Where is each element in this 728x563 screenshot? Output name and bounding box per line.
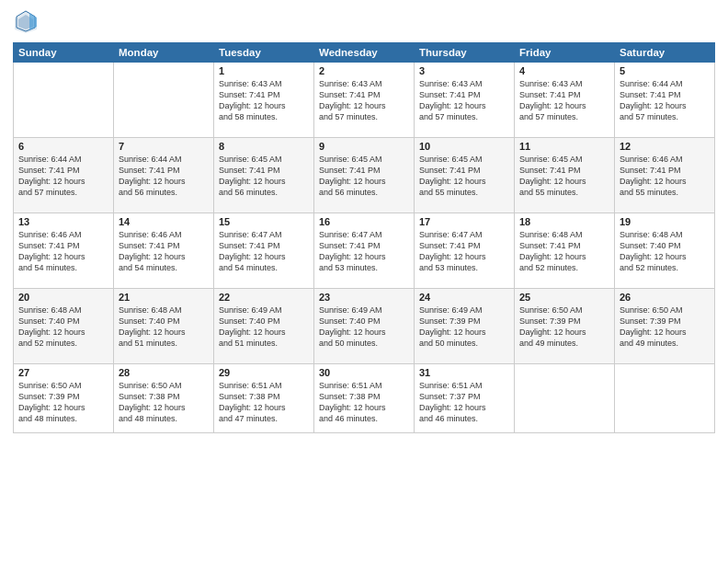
day-info: Sunrise: 6:48 AM Sunset: 7:41 PM Dayligh… xyxy=(519,229,609,274)
day-info: Sunrise: 6:44 AM Sunset: 7:41 PM Dayligh… xyxy=(119,154,209,199)
calendar-cell: 12Sunrise: 6:46 AM Sunset: 7:41 PM Dayli… xyxy=(615,138,715,213)
day-number: 14 xyxy=(119,216,209,227)
day-number: 3 xyxy=(419,65,509,76)
header xyxy=(13,9,715,35)
calendar-cell: 3Sunrise: 6:43 AM Sunset: 7:41 PM Daylig… xyxy=(415,63,515,138)
calendar-cell: 16Sunrise: 6:47 AM Sunset: 7:41 PM Dayli… xyxy=(314,213,415,289)
weekday-header: Saturday xyxy=(615,43,715,63)
calendar-week-row: 6Sunrise: 6:44 AM Sunset: 7:41 PM Daylig… xyxy=(14,138,715,213)
calendar-cell: 17Sunrise: 6:47 AM Sunset: 7:41 PM Dayli… xyxy=(415,213,515,289)
calendar-week-row: 13Sunrise: 6:46 AM Sunset: 7:41 PM Dayli… xyxy=(14,213,715,289)
day-info: Sunrise: 6:49 AM Sunset: 7:40 PM Dayligh… xyxy=(319,304,409,350)
day-info: Sunrise: 6:45 AM Sunset: 7:41 PM Dayligh… xyxy=(419,154,509,199)
day-number: 28 xyxy=(119,367,209,378)
calendar-cell: 10Sunrise: 6:45 AM Sunset: 7:41 PM Dayli… xyxy=(415,138,515,213)
calendar-week-row: 1Sunrise: 6:43 AM Sunset: 7:41 PM Daylig… xyxy=(14,63,715,138)
day-number: 2 xyxy=(319,65,409,76)
calendar-cell: 21Sunrise: 6:48 AM Sunset: 7:40 PM Dayli… xyxy=(114,289,214,364)
day-info: Sunrise: 6:44 AM Sunset: 7:41 PM Dayligh… xyxy=(620,78,710,123)
day-info: Sunrise: 6:50 AM Sunset: 7:39 PM Dayligh… xyxy=(519,304,609,350)
calendar-cell: 9Sunrise: 6:45 AM Sunset: 7:41 PM Daylig… xyxy=(314,138,415,213)
weekday-header: Thursday xyxy=(415,43,515,63)
calendar-cell: 19Sunrise: 6:48 AM Sunset: 7:40 PM Dayli… xyxy=(615,213,715,289)
day-info: Sunrise: 6:47 AM Sunset: 7:41 PM Dayligh… xyxy=(219,229,309,274)
weekday-header: Friday xyxy=(515,43,615,63)
calendar: SundayMondayTuesdayWednesdayThursdayFrid… xyxy=(13,42,715,433)
calendar-cell: 29Sunrise: 6:51 AM Sunset: 7:38 PM Dayli… xyxy=(214,364,314,433)
day-info: Sunrise: 6:49 AM Sunset: 7:39 PM Dayligh… xyxy=(419,304,509,350)
day-info: Sunrise: 6:45 AM Sunset: 7:41 PM Dayligh… xyxy=(319,154,409,199)
day-number: 18 xyxy=(519,216,609,227)
day-number: 31 xyxy=(419,367,509,378)
day-number: 27 xyxy=(18,367,108,378)
day-number: 15 xyxy=(219,216,309,227)
day-number: 20 xyxy=(18,292,108,303)
logo-icon xyxy=(13,9,39,35)
calendar-cell: 2Sunrise: 6:43 AM Sunset: 7:41 PM Daylig… xyxy=(314,63,415,138)
day-info: Sunrise: 6:50 AM Sunset: 7:38 PM Dayligh… xyxy=(119,380,209,425)
logo xyxy=(13,9,40,35)
day-info: Sunrise: 6:43 AM Sunset: 7:41 PM Dayligh… xyxy=(219,78,309,123)
day-number: 4 xyxy=(519,65,609,76)
day-number: 26 xyxy=(620,292,710,303)
calendar-cell: 22Sunrise: 6:49 AM Sunset: 7:40 PM Dayli… xyxy=(214,289,314,364)
calendar-cell: 11Sunrise: 6:45 AM Sunset: 7:41 PM Dayli… xyxy=(515,138,615,213)
day-info: Sunrise: 6:46 AM Sunset: 7:41 PM Dayligh… xyxy=(119,229,209,274)
calendar-cell: 28Sunrise: 6:50 AM Sunset: 7:38 PM Dayli… xyxy=(114,364,214,433)
calendar-cell xyxy=(114,63,214,138)
day-number: 11 xyxy=(519,141,609,152)
day-number: 12 xyxy=(620,141,710,152)
day-info: Sunrise: 6:48 AM Sunset: 7:40 PM Dayligh… xyxy=(18,304,108,350)
weekday-header: Sunday xyxy=(14,43,114,63)
day-info: Sunrise: 6:43 AM Sunset: 7:41 PM Dayligh… xyxy=(519,78,609,123)
day-number: 17 xyxy=(419,216,509,227)
day-info: Sunrise: 6:49 AM Sunset: 7:40 PM Dayligh… xyxy=(219,304,309,350)
calendar-cell: 13Sunrise: 6:46 AM Sunset: 7:41 PM Dayli… xyxy=(14,213,114,289)
day-number: 21 xyxy=(119,292,209,303)
calendar-cell: 20Sunrise: 6:48 AM Sunset: 7:40 PM Dayli… xyxy=(14,289,114,364)
day-number: 1 xyxy=(219,65,309,76)
calendar-cell: 7Sunrise: 6:44 AM Sunset: 7:41 PM Daylig… xyxy=(114,138,214,213)
weekday-header: Monday xyxy=(114,43,214,63)
day-info: Sunrise: 6:45 AM Sunset: 7:41 PM Dayligh… xyxy=(519,154,609,199)
day-info: Sunrise: 6:47 AM Sunset: 7:41 PM Dayligh… xyxy=(319,229,409,274)
calendar-cell: 25Sunrise: 6:50 AM Sunset: 7:39 PM Dayli… xyxy=(515,289,615,364)
calendar-cell: 15Sunrise: 6:47 AM Sunset: 7:41 PM Dayli… xyxy=(214,213,314,289)
calendar-cell: 27Sunrise: 6:50 AM Sunset: 7:39 PM Dayli… xyxy=(14,364,114,433)
day-info: Sunrise: 6:48 AM Sunset: 7:40 PM Dayligh… xyxy=(620,229,710,274)
day-number: 30 xyxy=(319,367,409,378)
calendar-cell: 6Sunrise: 6:44 AM Sunset: 7:41 PM Daylig… xyxy=(14,138,114,213)
calendar-cell: 8Sunrise: 6:45 AM Sunset: 7:41 PM Daylig… xyxy=(214,138,314,213)
day-number: 13 xyxy=(18,216,108,227)
calendar-cell: 4Sunrise: 6:43 AM Sunset: 7:41 PM Daylig… xyxy=(515,63,615,138)
calendar-header-row: SundayMondayTuesdayWednesdayThursdayFrid… xyxy=(14,43,715,63)
page: SundayMondayTuesdayWednesdayThursdayFrid… xyxy=(0,0,728,563)
weekday-header: Wednesday xyxy=(314,43,415,63)
calendar-cell: 30Sunrise: 6:51 AM Sunset: 7:38 PM Dayli… xyxy=(314,364,415,433)
calendar-cell: 26Sunrise: 6:50 AM Sunset: 7:39 PM Dayli… xyxy=(615,289,715,364)
day-number: 7 xyxy=(119,141,209,152)
day-number: 23 xyxy=(319,292,409,303)
calendar-week-row: 20Sunrise: 6:48 AM Sunset: 7:40 PM Dayli… xyxy=(14,289,715,364)
day-number: 24 xyxy=(419,292,509,303)
day-info: Sunrise: 6:44 AM Sunset: 7:41 PM Dayligh… xyxy=(18,154,108,199)
day-info: Sunrise: 6:50 AM Sunset: 7:39 PM Dayligh… xyxy=(18,380,108,425)
day-info: Sunrise: 6:46 AM Sunset: 7:41 PM Dayligh… xyxy=(620,154,710,199)
day-info: Sunrise: 6:45 AM Sunset: 7:41 PM Dayligh… xyxy=(219,154,309,199)
day-number: 8 xyxy=(219,141,309,152)
day-number: 29 xyxy=(219,367,309,378)
calendar-cell: 23Sunrise: 6:49 AM Sunset: 7:40 PM Dayli… xyxy=(314,289,415,364)
day-number: 9 xyxy=(319,141,409,152)
calendar-cell: 5Sunrise: 6:44 AM Sunset: 7:41 PM Daylig… xyxy=(615,63,715,138)
day-number: 16 xyxy=(319,216,409,227)
calendar-cell: 14Sunrise: 6:46 AM Sunset: 7:41 PM Dayli… xyxy=(114,213,214,289)
day-info: Sunrise: 6:51 AM Sunset: 7:38 PM Dayligh… xyxy=(219,380,309,425)
day-info: Sunrise: 6:50 AM Sunset: 7:39 PM Dayligh… xyxy=(620,304,710,350)
day-info: Sunrise: 6:51 AM Sunset: 7:37 PM Dayligh… xyxy=(419,380,509,425)
day-number: 25 xyxy=(519,292,609,303)
day-info: Sunrise: 6:47 AM Sunset: 7:41 PM Dayligh… xyxy=(419,229,509,274)
day-number: 5 xyxy=(620,65,710,76)
day-info: Sunrise: 6:48 AM Sunset: 7:40 PM Dayligh… xyxy=(119,304,209,350)
weekday-header: Tuesday xyxy=(214,43,314,63)
calendar-cell xyxy=(14,63,114,138)
